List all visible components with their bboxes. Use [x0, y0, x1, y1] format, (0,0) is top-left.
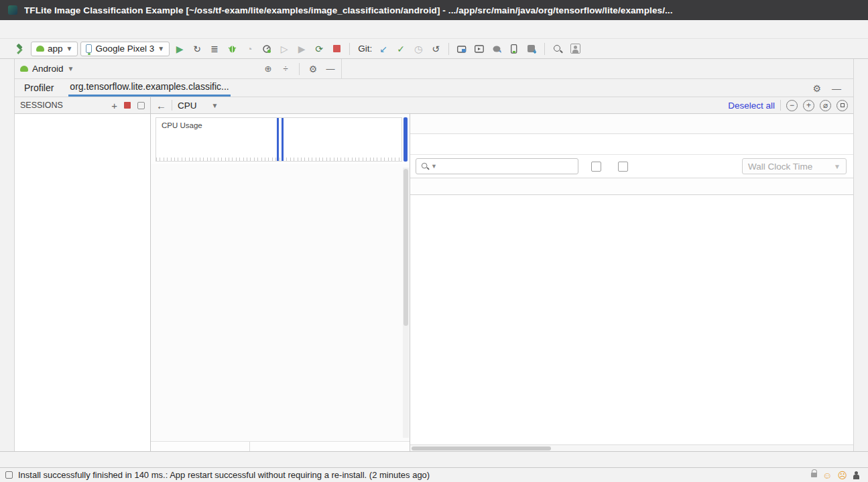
filter-row: ▼ Wall Clock Time ▼: [410, 155, 853, 178]
inspections-widget-icon[interactable]: [853, 471, 860, 479]
android-view-icon: [20, 66, 28, 72]
back-arrow-icon[interactable]: ←: [156, 100, 166, 111]
profiler-session-tab[interactable]: org.tensorflow.lite.examples.classific..…: [68, 81, 230, 97]
table-body: [410, 195, 853, 444]
phone-icon: [86, 44, 92, 53]
minimize-icon[interactable]: —: [826, 83, 847, 97]
cpu-usage-label: CPU Usage: [162, 121, 202, 129]
sessions-list: [15, 114, 150, 451]
hide-panel-icon[interactable]: —: [324, 64, 337, 74]
toolbar-separator: [544, 43, 545, 55]
cpu-timeline-panel: CPU Usage: [151, 114, 410, 451]
selection-edge-handle[interactable]: [404, 117, 408, 162]
run-configuration-label: app: [48, 44, 63, 54]
gear-icon[interactable]: ⚙: [306, 64, 320, 74]
project-structure-button[interactable]: [454, 42, 469, 56]
project-view-header: Android ▼ ⊕ ÷ ⚙ —: [15, 59, 342, 78]
profile-avatar-button[interactable]: [568, 42, 582, 56]
coverage-button[interactable]: ◔: [242, 42, 257, 56]
profiler-tool-window-header: Profiler org.tensorflow.lite.examples.cl…: [15, 79, 853, 97]
status-bar: Install successfully finished in 140 ms.…: [0, 467, 868, 482]
table-header: [410, 178, 853, 195]
avatar-icon: [570, 44, 580, 54]
sessions-title: SESSIONS: [20, 101, 105, 110]
toolbar-separator: [349, 43, 350, 55]
analysis-subtab-bar: [410, 134, 853, 155]
run-anything-button[interactable]: [472, 42, 487, 56]
device-manager-button[interactable]: [507, 42, 521, 56]
main-toolbar: app ▼ Google Pixel 3 ▼ ▶ ↻ ≣ ◔ ▷ ▶ ⟳ Git…: [0, 39, 868, 59]
run-configuration-select[interactable]: app ▼: [31, 42, 78, 56]
top-down-table: [410, 178, 853, 451]
git-rollback-button[interactable]: ↺: [428, 42, 443, 56]
android-app-icon: [36, 46, 44, 52]
stop-and-rerun-button[interactable]: ⟳: [312, 42, 326, 56]
git-history-button[interactable]: ◷: [411, 42, 426, 56]
android-studio-icon: [8, 5, 17, 15]
collapse-all-icon[interactable]: ÷: [279, 64, 292, 74]
window-title: TFLite Image Classification Example [~/o…: [24, 5, 673, 15]
debug-button[interactable]: [225, 42, 239, 56]
chevron-down-icon: ▼: [66, 45, 73, 52]
tool-window-bar: [0, 451, 868, 467]
project-view-selector[interactable]: Android: [32, 64, 64, 74]
chevron-down-icon[interactable]: ▼: [68, 65, 74, 72]
attach-profiler-button[interactable]: ▶: [294, 42, 309, 56]
profile-app-button[interactable]: [259, 42, 274, 56]
zoom-out-icon[interactable]: −: [786, 100, 798, 111]
sdk-manager-button[interactable]: [524, 42, 539, 56]
match-case-checkbox[interactable]: [591, 162, 601, 172]
lock-icon[interactable]: [811, 473, 817, 477]
deselect-all-link[interactable]: Deselect all: [728, 101, 775, 111]
regex-checkbox[interactable]: [618, 162, 628, 172]
device-select[interactable]: Google Pixel 3 ▼: [80, 42, 170, 56]
git-update-button[interactable]: ↙: [376, 42, 391, 56]
stage-selector[interactable]: CPU ▼: [178, 101, 218, 111]
timeline-vertical-scrollbar[interactable]: [403, 168, 409, 438]
status-message: Install successfully finished in 140 ms.…: [18, 470, 795, 480]
gear-icon[interactable]: ⚙: [807, 83, 826, 97]
attach-debugger-button[interactable]: ▷: [277, 42, 292, 56]
locate-file-icon[interactable]: ⊕: [261, 64, 275, 74]
apply-code-changes-button[interactable]: ≣: [207, 42, 222, 56]
title-bar: TFLite Image Classification Example [~/o…: [0, 0, 868, 20]
git-commit-button[interactable]: ✓: [393, 42, 408, 56]
add-session-icon[interactable]: +: [111, 100, 117, 111]
search-everywhere-button[interactable]: [550, 42, 565, 56]
gradle-sync-button[interactable]: [489, 42, 504, 56]
table-horizontal-scrollbar[interactable]: [410, 444, 853, 451]
feedback-sad-icon[interactable]: ☹: [837, 471, 847, 480]
chevron-down-icon: ▼: [158, 45, 164, 52]
search-input[interactable]: ▼: [416, 158, 578, 174]
separator: [299, 63, 300, 75]
apply-changes-button[interactable]: ↻: [190, 42, 204, 56]
sessions-header: SESSIONS +: [15, 97, 150, 114]
chevron-down-icon: ▼: [834, 163, 841, 170]
clock-type-label: Wall Clock Time: [748, 162, 812, 172]
git-label: Git:: [358, 44, 372, 54]
left-tool-strip: [0, 59, 15, 451]
zoom-to-selection-icon[interactable]: [836, 100, 848, 111]
background-tasks-icon[interactable]: [5, 471, 13, 479]
make-project-icon[interactable]: [15, 44, 24, 54]
search-history-chevron-icon: ▼: [431, 163, 437, 170]
right-tool-strip: [853, 59, 868, 451]
feedback-happy-icon[interactable]: ☺: [822, 471, 832, 480]
cpu-usage-chart[interactable]: CPU Usage: [156, 117, 402, 162]
nav-row: Android ▼ ⊕ ÷ ⚙ —: [15, 59, 853, 79]
expand-panel-icon[interactable]: [137, 102, 145, 109]
selection-range-end[interactable]: [282, 118, 284, 161]
reset-zoom-icon[interactable]: ⌀: [820, 100, 831, 111]
zoom-in-icon[interactable]: +: [803, 100, 814, 111]
clock-type-select[interactable]: Wall Clock Time ▼: [742, 158, 847, 174]
analysis-panel: ▼ Wall Clock Time ▼: [410, 114, 853, 451]
run-button[interactable]: ▶: [172, 42, 187, 56]
android-studio-window: TFLite Image Classification Example [~/o…: [0, 0, 868, 482]
stop-session-icon[interactable]: [124, 102, 131, 109]
search-icon: [553, 44, 562, 54]
selection-range-start[interactable]: [277, 118, 279, 161]
stage-selector-label: CPU: [178, 101, 197, 111]
menu-bar: [0, 20, 868, 39]
stop-button[interactable]: [329, 42, 344, 56]
sessions-panel: SESSIONS +: [15, 97, 151, 451]
